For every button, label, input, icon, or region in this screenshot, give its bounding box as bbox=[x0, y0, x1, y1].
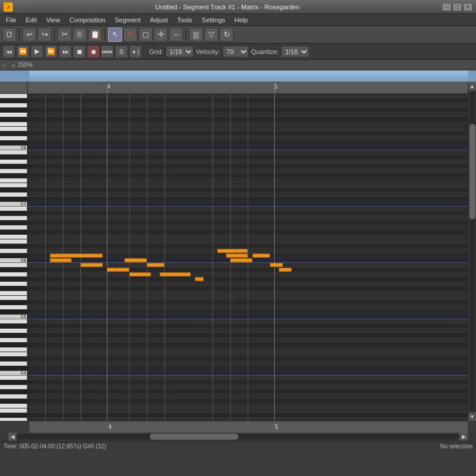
record-button[interactable]: ⏺ bbox=[87, 45, 100, 58]
menu-file[interactable]: File bbox=[1, 16, 21, 24]
piano-key-F5[interactable] bbox=[0, 291, 27, 296]
play-button[interactable]: ▶ bbox=[31, 45, 43, 58]
piano-key-F7[interactable] bbox=[0, 178, 27, 183]
menu-settings[interactable]: Settings bbox=[197, 16, 230, 24]
forward-end-button[interactable]: ⏭ bbox=[59, 45, 72, 58]
note[interactable] bbox=[270, 263, 283, 267]
piano-key-E3[interactable] bbox=[0, 409, 27, 413]
piano-key-F#7[interactable] bbox=[0, 174, 27, 178]
piano-key-G#5[interactable] bbox=[0, 277, 27, 282]
piano-key-C8[interactable]: C8 bbox=[0, 146, 27, 150]
piano-key-B4[interactable] bbox=[0, 319, 27, 324]
vscroll-thumb[interactable] bbox=[470, 124, 475, 220]
solo-button[interactable]: S bbox=[115, 45, 128, 58]
piano-key-D#6[interactable] bbox=[0, 244, 27, 249]
piano-key-A7[interactable] bbox=[0, 160, 27, 164]
piano-key-D4[interactable] bbox=[0, 362, 27, 366]
note[interactable] bbox=[230, 258, 252, 262]
piano-key-D7[interactable] bbox=[0, 193, 27, 197]
piano-key-G7[interactable] bbox=[0, 169, 27, 174]
piano-key-A#4[interactable] bbox=[0, 324, 27, 329]
piano-key-F3[interactable] bbox=[0, 404, 27, 409]
piano-key-G#7[interactable] bbox=[0, 164, 27, 169]
piano-key-B8[interactable] bbox=[0, 94, 27, 99]
note[interactable] bbox=[124, 258, 146, 262]
piano-key-F#3[interactable] bbox=[0, 399, 27, 404]
quantize-select[interactable]: 1/16 1/8 1/4 bbox=[281, 46, 309, 58]
copy-button[interactable]: ⎘ bbox=[73, 28, 87, 42]
hscroll-thumb[interactable] bbox=[150, 434, 238, 440]
note[interactable] bbox=[226, 254, 248, 258]
piano-key-D#4[interactable] bbox=[0, 357, 27, 362]
piano-key-G#6[interactable] bbox=[0, 221, 27, 225]
piano-key-G8[interactable] bbox=[0, 113, 27, 117]
loop-transport-button[interactable]: ⏭⏭ bbox=[101, 45, 114, 58]
velocity-select[interactable]: 70 64 100 bbox=[222, 46, 249, 58]
menu-tools[interactable]: Tools bbox=[173, 16, 197, 24]
menu-adjust[interactable]: Adjust bbox=[146, 16, 173, 24]
erase-tool-button[interactable]: ◻ bbox=[139, 28, 153, 42]
note[interactable] bbox=[116, 268, 129, 272]
piano-key-A#5[interactable] bbox=[0, 268, 27, 272]
piano-key-A#3[interactable] bbox=[0, 380, 27, 385]
note[interactable] bbox=[147, 263, 164, 267]
note[interactable] bbox=[50, 254, 103, 258]
select-tool-button[interactable]: ↖ bbox=[108, 28, 122, 42]
cut-button[interactable]: ✂ bbox=[58, 28, 72, 42]
piano-key-A#8[interactable] bbox=[0, 99, 27, 103]
piano-key-G4[interactable] bbox=[0, 338, 27, 343]
piano-key-D#8[interactable] bbox=[0, 131, 27, 136]
piano-key-C#4[interactable] bbox=[0, 366, 27, 371]
fast-forward-button[interactable]: ⏩ bbox=[45, 45, 58, 58]
piano-key-G5[interactable] bbox=[0, 282, 27, 286]
new-button[interactable]: 🗋 bbox=[2, 28, 16, 42]
piano-key-G6[interactable] bbox=[0, 225, 27, 230]
piano-key-A#6[interactable] bbox=[0, 211, 27, 216]
note[interactable] bbox=[195, 277, 204, 281]
piano-key-G#8[interactable] bbox=[0, 108, 27, 113]
resize-tool-button[interactable]: ↔ bbox=[169, 28, 183, 42]
menu-composition[interactable]: Composition bbox=[65, 16, 110, 24]
loop-button[interactable]: ↻ bbox=[220, 28, 234, 42]
paste-button[interactable]: 📋 bbox=[88, 28, 102, 42]
piano-key-C#8[interactable] bbox=[0, 141, 27, 146]
piano-key-F6[interactable] bbox=[0, 235, 27, 239]
piano-key-A3[interactable] bbox=[0, 385, 27, 390]
piano-key-B6[interactable] bbox=[0, 207, 27, 211]
hscroll-left-arrow[interactable]: ◀ bbox=[8, 433, 16, 441]
piano-key-D8[interactable] bbox=[0, 136, 27, 141]
note[interactable] bbox=[129, 272, 151, 276]
piano-key-F#5[interactable] bbox=[0, 286, 27, 291]
note[interactable] bbox=[235, 249, 248, 253]
piano-key-C#7[interactable] bbox=[0, 197, 27, 202]
menu-edit[interactable]: Edit bbox=[21, 16, 42, 24]
note[interactable] bbox=[50, 258, 72, 262]
note[interactable] bbox=[80, 263, 102, 267]
hscroll-right-arrow[interactable]: ▶ bbox=[460, 433, 468, 441]
piano-key-A4[interactable] bbox=[0, 329, 27, 333]
minimize-button[interactable]: − bbox=[442, 3, 451, 11]
quantize-button[interactable]: ||| bbox=[189, 28, 203, 42]
piano-key-F#8[interactable] bbox=[0, 117, 27, 122]
piano-key-G3[interactable] bbox=[0, 394, 27, 399]
menu-help[interactable]: Help bbox=[230, 16, 253, 24]
piano-key-B5[interactable] bbox=[0, 263, 27, 268]
undo-button[interactable]: ↩ bbox=[22, 28, 36, 42]
close-button[interactable]: × bbox=[463, 3, 472, 11]
piano-key-D5[interactable] bbox=[0, 305, 27, 310]
piano-key-D#3[interactable] bbox=[0, 413, 27, 418]
piano-key-F#6[interactable] bbox=[0, 230, 27, 235]
note[interactable] bbox=[160, 272, 190, 276]
redo-button[interactable]: ↪ bbox=[38, 28, 52, 42]
piano-key-C6[interactable]: C6 bbox=[0, 258, 27, 263]
filter-button[interactable]: ▽ bbox=[204, 28, 218, 42]
note[interactable] bbox=[279, 268, 292, 272]
piano-key-C5[interactable]: C5 bbox=[0, 315, 27, 319]
piano-key-E4[interactable] bbox=[0, 352, 27, 357]
piano-key-D#7[interactable] bbox=[0, 188, 27, 193]
piano-key-C4[interactable]: C4 bbox=[0, 371, 27, 376]
piano-key-E8[interactable] bbox=[0, 127, 27, 131]
piano-key-F8[interactable] bbox=[0, 122, 27, 127]
menu-segment[interactable]: Segment bbox=[110, 16, 146, 24]
menu-view[interactable]: View bbox=[42, 16, 65, 24]
